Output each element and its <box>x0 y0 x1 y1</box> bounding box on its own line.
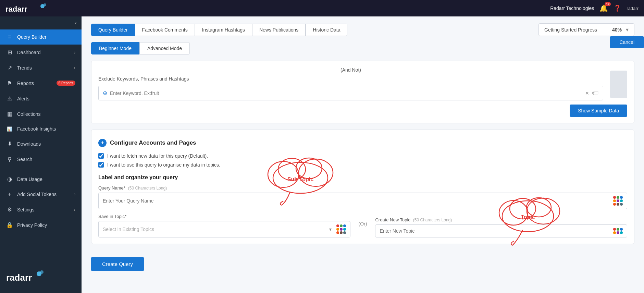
color-grid-icon <box>613 196 623 206</box>
sidebar-item-label: Reports <box>17 81 34 86</box>
beginner-mode-button[interactable]: Beginner Mode <box>91 42 139 54</box>
collections-icon: ▦ <box>6 111 13 117</box>
or-label: (Or) <box>355 221 371 231</box>
reports-badge: 6 Reports <box>57 81 75 86</box>
keyword-input[interactable] <box>110 90 582 96</box>
configure-title: Configure Accounts and Pages <box>110 139 196 146</box>
topnav-right: Radarr Technologies 🔔 12 ❓ radarr <box>550 4 639 12</box>
sidebar-item-label: Query Builder <box>17 34 47 40</box>
sidebar-item-settings[interactable]: ⚙ Settings › <box>0 202 82 217</box>
tab-historic-data[interactable]: Historic Data <box>306 24 347 36</box>
exclude-title: Exclude Keywords, Phrases and Hashtags <box>98 76 603 82</box>
use-topics-checkbox-row: I want to use this query to organise my … <box>98 162 627 168</box>
plus-icon: ⊕ <box>103 90 107 96</box>
show-sample-data-button[interactable]: Show Sample Data <box>570 105 627 117</box>
exclude-section: (And Not) Exclude Keywords, Phrases and … <box>91 61 634 123</box>
search-icon: ⚲ <box>6 156 13 162</box>
collapse-button[interactable]: ‹ <box>75 20 77 26</box>
topnav-user[interactable]: radarr <box>627 6 639 11</box>
save-topic-group: Save in Topic* Select in Existing Topics… <box>98 214 350 237</box>
settings-icon: ⚙ <box>6 206 13 213</box>
thumbnail-placeholder <box>610 71 627 98</box>
configure-section: + Configure Accounts and Pages I want to… <box>91 130 634 244</box>
create-query-button[interactable]: Create Query <box>91 257 144 271</box>
progress-box: Getting Started Progress 40% ▾ <box>538 23 634 36</box>
sidebar-item-trends[interactable]: ↗ Trends › <box>0 60 82 75</box>
chevron-right-icon: › <box>74 65 75 70</box>
sidebar-item-label: Data Usage <box>17 176 42 182</box>
svg-point-2 <box>44 3 46 6</box>
color-grid-icon-topic <box>613 228 623 234</box>
progress-label: Getting Started Progress <box>544 27 608 33</box>
tag-icon: 🏷 <box>592 89 599 97</box>
sidebar-item-label: Settings <box>17 207 35 212</box>
fetch-new-label: I want to fetch new data for this query … <box>107 153 208 159</box>
query-name-input[interactable] <box>103 198 613 204</box>
tab-news-publications[interactable]: News Publications <box>252 24 306 36</box>
sidebar-item-downloads[interactable]: ⬇ Downloads <box>0 136 82 151</box>
clear-icon[interactable]: ✕ <box>585 90 589 96</box>
tab-query-builder[interactable]: Query Builder <box>91 24 135 36</box>
sidebar-item-privacy-policy[interactable]: 🔒 Privacy Policy <box>0 217 82 233</box>
and-not-label: (And Not) <box>98 67 603 73</box>
save-topic-select-wrapper: Select in Existing Topics ▾ <box>98 221 350 237</box>
topic-row: Save in Topic* Select in Existing Topics… <box>98 214 627 237</box>
logo: radarr <box>5 3 47 14</box>
top-bar: Query Builder Facebook Comments Instagra… <box>91 23 634 36</box>
facebook-insights-icon: 📊 <box>6 126 13 132</box>
notification-bell[interactable]: 🔔 12 <box>599 4 608 12</box>
sidebar-item-reports[interactable]: ⚑ Reports 6 Reports <box>0 75 82 91</box>
sidebar-item-data-usage[interactable]: ◑ Data Usage <box>0 171 82 187</box>
query-name-input-wrapper <box>98 193 627 209</box>
add-social-tokens-icon: + <box>6 191 13 197</box>
create-topic-input-wrapper <box>375 224 627 237</box>
sidebar-item-facebook-insights[interactable]: 📊 Facebook Insights <box>0 122 82 136</box>
query-name-label: Query Name* (50 Characters Long) <box>98 185 627 191</box>
svg-point-5 <box>40 270 44 274</box>
chevron-down-icon: ▾ <box>329 227 332 232</box>
use-topics-label: I want to use this query to organise my … <box>107 162 220 168</box>
label-section-title: Label and organize your query <box>98 174 627 181</box>
color-grid-icon-small <box>336 224 346 234</box>
tab-instagram-hashtags[interactable]: Instagram Hashtags <box>195 24 252 36</box>
sidebar-collapse[interactable]: ‹ <box>0 16 82 29</box>
sidebar-item-label: Privacy Policy <box>17 222 47 228</box>
fetch-new-checkbox[interactable] <box>98 153 104 159</box>
svg-text:radarr: radarr <box>5 5 27 13</box>
data-usage-icon: ◑ <box>6 176 13 182</box>
sidebar-item-collections[interactable]: ▦ Collections <box>0 106 82 122</box>
sidebar-item-alerts[interactable]: ⚠ Alerts <box>0 91 82 106</box>
trends-icon: ↗ <box>6 64 13 71</box>
tab-facebook-comments[interactable]: Facebook Comments <box>135 24 195 36</box>
advanced-mode-button[interactable]: Advanced Mode <box>139 42 190 54</box>
chevron-right-icon: › <box>74 192 75 197</box>
save-topic-select[interactable]: Select in Existing Topics <box>103 227 326 232</box>
sidebar-item-query-builder[interactable]: ≡ Query Builder <box>0 29 82 45</box>
query-builder-icon: ≡ <box>6 34 13 40</box>
create-topic-label: Create New Topic (50 Characters Long) <box>375 217 627 222</box>
sidebar-item-label: Search <box>17 157 32 162</box>
chevron-down-icon[interactable]: ▾ <box>626 26 629 33</box>
sidebar-item-dashboard[interactable]: ⊞ Dashboard › <box>0 45 82 60</box>
sidebar-item-search[interactable]: ⚲ Search <box>0 151 82 167</box>
fetch-new-checkbox-row: I want to fetch new data for this query … <box>98 153 627 159</box>
cancel-button[interactable]: Cancel <box>610 36 644 48</box>
sidebar-item-label: Alerts <box>17 96 29 101</box>
sidebar-item-add-social-tokens[interactable]: + Add Social Tokens › <box>0 187 82 202</box>
configure-header: + Configure Accounts and Pages <box>98 139 627 147</box>
privacy-policy-icon: 🔒 <box>6 222 13 228</box>
sidebar-item-label: Collections <box>17 111 40 117</box>
svg-text:radarr: radarr <box>6 272 32 283</box>
main-content: Cancel Query Builder Facebook Comments I… <box>82 16 644 293</box>
help-icon[interactable]: ❓ <box>614 4 621 12</box>
reports-icon: ⚑ <box>6 80 13 86</box>
sidebar-item-label: Facebook Insights <box>17 126 56 132</box>
create-topic-input[interactable] <box>380 228 613 234</box>
tab-bar: Query Builder Facebook Comments Instagra… <box>91 24 347 36</box>
notif-count: 12 <box>605 2 611 6</box>
use-topics-checkbox[interactable] <box>98 162 104 168</box>
configure-plus-icon[interactable]: + <box>98 139 107 147</box>
chevron-right-icon: › <box>74 207 75 212</box>
sidebar-item-label: Trends <box>17 65 32 71</box>
chevron-right-icon: › <box>74 50 75 55</box>
